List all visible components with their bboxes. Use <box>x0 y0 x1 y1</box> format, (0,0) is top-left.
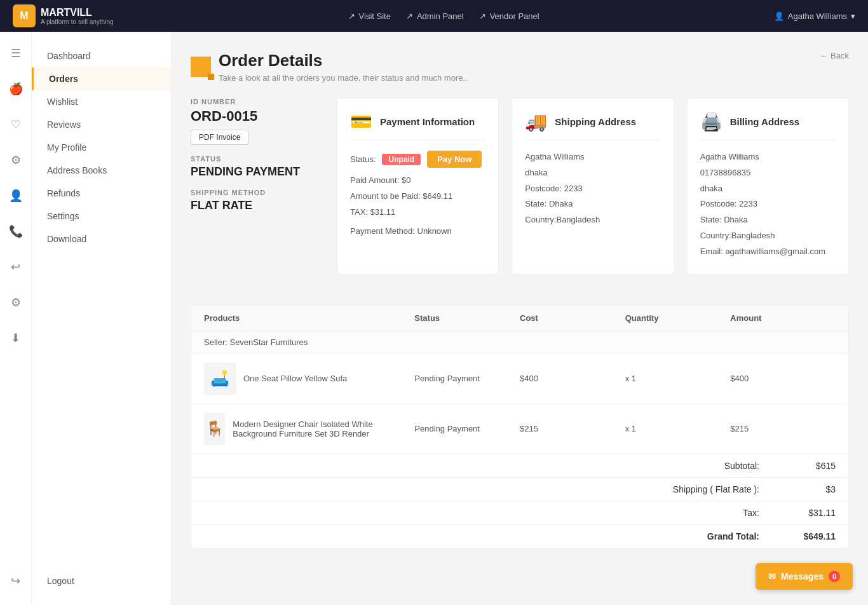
brand: M MARTVILL A platform to sell anything <box>13 4 114 27</box>
sidebar-icon-logout[interactable]: ↪ <box>4 569 27 592</box>
page-header: Order Details Take a look at all the ord… <box>191 51 849 83</box>
order-top-section: ID NUMBER ORD-0015 PDF Invoice STATUS PE… <box>191 98 849 290</box>
user-menu[interactable]: 👤 Agatha Williams ▾ <box>774 11 855 21</box>
icon-sidebar: ☰ 🍎 ♡ ⚙ 👤 📞 ↩ ⚙ ⬇ ↪ <box>0 32 32 605</box>
order-id-value: ORD-0015 <box>191 108 318 125</box>
sidebar-icon-menu[interactable]: ☰ <box>4 42 27 65</box>
product-info-1: 🛋️ One Seat Pillow Yellow Sufa <box>204 363 414 395</box>
product-status-1: Pending Payment <box>414 374 520 383</box>
payment-icon: 💳 <box>350 111 372 132</box>
page-subtitle: Take a look at all the orders you made, … <box>219 73 468 83</box>
sidebar-icon-apple[interactable]: 🍎 <box>4 78 27 100</box>
tax-total-row: Tax: $31.11 <box>191 501 848 525</box>
page-title-icon <box>191 57 211 77</box>
sidebar-icon-gear[interactable]: ⚙ <box>4 149 27 172</box>
sidebar-item-addressbooks[interactable]: Address Books <box>32 159 171 182</box>
amount-to-pay: Amount to be Paid: $649.11 <box>350 190 485 203</box>
status-label: STATUS <box>191 155 318 163</box>
brand-name: MARTVILL <box>41 7 92 18</box>
order-meta: ID NUMBER ORD-0015 PDF Invoice STATUS PE… <box>191 98 318 290</box>
shipping-total-label: Shipping ( Flat Rate ): <box>673 484 759 494</box>
product-thumb-1: 🛋️ <box>204 363 236 395</box>
brand-tagline: A platform to sell anything <box>41 18 114 25</box>
product-name-2: Modern Designer Chair Isolated White Bac… <box>233 419 414 438</box>
layout: ☰ 🍎 ♡ ⚙ 👤 📞 ↩ ⚙ ⬇ ↪ Dashboard Orders Wis… <box>0 32 868 605</box>
billing-card-title: Billing Address <box>730 116 799 127</box>
billing-phone: 01738896835 <box>700 167 836 180</box>
grand-total-row: Grand Total: $649.11 <box>191 525 848 548</box>
shipping-method-label: SHIPPING METHOD <box>191 189 318 196</box>
sidebar-icon-phone[interactable]: 📞 <box>4 220 27 243</box>
sidebar-item-settings[interactable]: Settings <box>32 205 171 228</box>
navbar: M MARTVILL A platform to sell anything ↗… <box>0 0 868 32</box>
billing-city: dhaka <box>700 182 836 196</box>
user-name: Agatha Williams <box>788 11 847 21</box>
brand-logo: M <box>13 4 36 27</box>
seller-label: Seller: SevenStar Furnitures <box>204 337 308 347</box>
sidebar-label-orders: Orders <box>49 74 78 84</box>
shipping-state: State: Dhaka <box>525 198 660 211</box>
payment-card-header: 💳 Payment Information <box>350 111 485 140</box>
visit-site-link[interactable]: ↗ Visit Site <box>348 11 391 21</box>
billing-postcode: Postcode: 2233 <box>700 198 836 211</box>
shipping-city: dhaka <box>525 167 660 180</box>
col-quantity: Quantity <box>625 313 731 323</box>
pay-now-button[interactable]: Pay Now <box>427 151 482 168</box>
seller-row: Seller: SevenStar Furnitures <box>191 331 848 354</box>
messages-button[interactable]: ✉ Messages 0 <box>756 563 853 590</box>
grand-total-label: Grand Total: <box>707 531 759 541</box>
back-arrow-icon: ← <box>820 51 828 60</box>
subtotal-row: Subtotal: $615 <box>191 454 848 478</box>
table-row: 🪑 Modern Designer Chair Isolated White B… <box>191 404 848 454</box>
sidebar-item-reviews[interactable]: Reviews <box>32 113 171 136</box>
tax-amount: TAX: $31.11 <box>350 206 485 219</box>
sidebar-icon-heart[interactable]: ♡ <box>4 113 27 136</box>
sidebar-icon-settings2[interactable]: ⚙ <box>4 291 27 314</box>
billing-name: Agatha Williams <box>700 151 836 164</box>
sidebar-item-logout[interactable]: Logout <box>32 569 171 592</box>
sidebar-item-refunds[interactable]: Refunds <box>32 182 171 205</box>
product-name-1: One Seat Pillow Yellow Sufa <box>243 374 347 383</box>
admin-panel-link[interactable]: ↗ Admin Panel <box>406 11 464 21</box>
page-title: Order Details <box>219 51 468 71</box>
billing-icon: 🖨️ <box>700 111 722 132</box>
sidebar-item-orders[interactable]: Orders <box>32 67 171 90</box>
external-icon2: ↗ <box>406 11 413 21</box>
billing-card-header: 🖨️ Billing Address <box>700 111 836 140</box>
product-info-2: 🪑 Modern Designer Chair Isolated White B… <box>204 413 414 445</box>
info-cards: 💳 Payment Information Status: Unpaid Pay… <box>337 98 849 275</box>
sidebar-label-wishlist: Wishlist <box>47 97 78 107</box>
pdf-invoice-button[interactable]: PDF Invoice <box>191 130 248 145</box>
messages-badge: 0 <box>829 571 840 582</box>
sidebar-item-myprofile[interactable]: My Profile <box>32 136 171 159</box>
vendor-panel-link[interactable]: ↗ Vendor Panel <box>479 11 539 21</box>
shipping-address-card: 🚚 Shipping Address Agatha Williams dhaka… <box>512 98 674 275</box>
back-button[interactable]: ← Back <box>820 51 849 60</box>
sidebar-icon-return[interactable]: ↩ <box>4 255 27 278</box>
shipping-card-header: 🚚 Shipping Address <box>525 111 660 140</box>
payment-status-row: Status: Unpaid Pay Now <box>350 151 485 168</box>
sidebar-item-dashboard[interactable]: Dashboard <box>32 44 171 67</box>
order-id-label: ID NUMBER <box>191 98 318 105</box>
payment-status-label: Status: <box>350 154 376 164</box>
product-cost-1: $400 <box>520 374 625 383</box>
sidebar-label-settings: Settings <box>47 211 79 221</box>
sidebar-item-download[interactable]: Download <box>32 228 171 250</box>
subtotal-value: $615 <box>785 461 836 471</box>
shipping-card-title: Shipping Address <box>555 116 636 127</box>
sidebar-icon-user[interactable]: 👤 <box>4 184 27 207</box>
status-value: PENDING PAYMENT <box>191 165 318 179</box>
table-header: Products Status Cost Quantity Amount <box>191 306 848 331</box>
payment-info-card: 💳 Payment Information Status: Unpaid Pay… <box>337 98 499 275</box>
sidebar-item-wishlist[interactable]: Wishlist <box>32 90 171 113</box>
billing-email: Email: agathawilliams@gmail.com <box>700 245 836 259</box>
product-amount-2: $215 <box>730 424 836 433</box>
product-thumb-2: 🪑 <box>204 413 225 445</box>
sidebar-icon-download[interactable]: ⬇ <box>4 327 27 350</box>
page-title-area: Order Details Take a look at all the ord… <box>191 51 468 83</box>
shipping-method-value: FLAT RATE <box>191 199 318 212</box>
grand-total-value: $649.11 <box>785 531 836 541</box>
billing-state: State: Dhaka <box>700 214 836 227</box>
shipping-total-row: Shipping ( Flat Rate ): $3 <box>191 478 848 501</box>
col-products: Products <box>204 313 414 323</box>
